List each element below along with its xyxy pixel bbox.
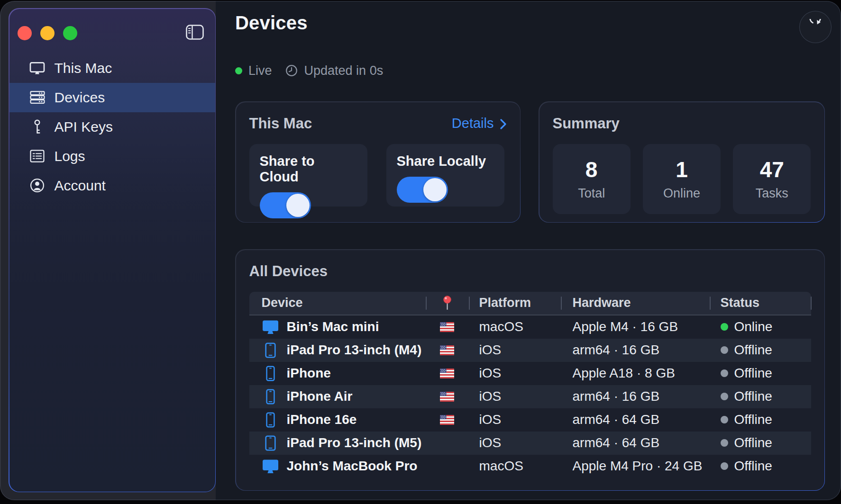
device-cell: iPhone Air <box>249 389 426 405</box>
key-icon <box>29 119 46 135</box>
table-body: Bin’s Mac minimacOSApple M4 · 16 GBOnlin… <box>249 315 811 478</box>
stat-total: 8Total <box>553 144 631 214</box>
flag-cell <box>426 415 469 425</box>
devices-table: DevicePlatformHardwareStatus Bin’s Mac m… <box>249 292 811 478</box>
sidebar-item-api-keys[interactable]: API Keys <box>9 112 215 142</box>
share-locally-toggle[interactable] <box>397 177 448 203</box>
platform-cell: iOS <box>469 389 561 404</box>
hardware-cell: arm64 · 16 GB <box>561 342 710 358</box>
status-dot <box>721 439 728 447</box>
table-row[interactable]: iPhone AiriOSarm64 · 16 GBOffline <box>249 385 811 408</box>
this-mac-card-title: This Mac <box>249 115 312 133</box>
live-status-dot <box>235 67 242 74</box>
platform-cell: macOS <box>469 319 561 334</box>
status-row: Live Updated in 0s <box>235 63 841 78</box>
column-header-hardware: Hardware <box>561 292 710 315</box>
device-tablet-icon <box>262 435 280 451</box>
flag-cell <box>426 369 469 378</box>
share-tile-label: Share Locally <box>397 153 494 169</box>
table-row[interactable]: iPad Pro 13-inch (M5)iOSarm64 · 64 GBOff… <box>249 432 811 455</box>
table-row[interactable]: Bin’s Mac minimacOSApple M4 · 16 GBOnlin… <box>249 315 811 339</box>
table-header: DevicePlatformHardwareStatus <box>249 292 811 315</box>
status-dot <box>721 416 728 423</box>
hardware-cell: Apple A18 · 8 GB <box>561 366 710 381</box>
hardware-cell: Apple M4 Pro · 24 GB <box>561 459 710 474</box>
column-header-platform: Platform <box>469 292 561 315</box>
status-cell: Offline <box>710 366 812 381</box>
stat-value: 47 <box>760 157 784 182</box>
device-cell: Bin’s Mac mini <box>249 319 426 334</box>
device-name: iPhone <box>287 366 331 381</box>
status-label: Offline <box>734 412 772 427</box>
device-name: iPad Pro 13-inch (M4) <box>287 342 422 358</box>
person-icon <box>29 178 46 193</box>
sidebar-panel-icon <box>186 25 204 40</box>
refresh-button[interactable] <box>799 11 832 43</box>
details-link[interactable]: Details <box>452 116 507 131</box>
hardware-cell: arm64 · 64 GB <box>561 435 710 450</box>
summary-card: Summary 8Total1Online47Tasks <box>539 101 825 223</box>
stat-value: 8 <box>585 157 598 182</box>
hardware-cell: arm64 · 64 GB <box>561 412 710 427</box>
device-tablet-icon <box>262 342 280 358</box>
device-cell: iPad Pro 13-inch (M4) <box>249 342 426 358</box>
sidebar-toggle-button[interactable] <box>186 25 204 40</box>
stat-tasks: 47Tasks <box>733 144 811 214</box>
status-dot <box>721 323 728 331</box>
device-name: iPhone Air <box>287 389 353 404</box>
platform-cell: iOS <box>469 412 561 427</box>
pin-icon <box>442 295 452 311</box>
sidebar: This MacDevicesAPI KeysLogsAccount <box>9 8 216 492</box>
status-label: Offline <box>734 459 772 474</box>
us-flag-icon <box>440 345 454 355</box>
table-row[interactable]: iPhone 16eiOSarm64 · 64 GBOffline <box>249 408 811 432</box>
status-dot <box>721 369 728 377</box>
page-title: Devices <box>235 12 841 33</box>
flag-cell <box>426 392 469 402</box>
share-tile: Share Locally <box>386 144 504 207</box>
device-phone-icon <box>262 412 280 428</box>
close-button[interactable] <box>18 26 32 40</box>
us-flag-icon <box>440 322 454 332</box>
stat-label: Total <box>578 186 605 201</box>
logs-icon <box>29 150 46 162</box>
share-to-cloud-toggle[interactable] <box>260 192 311 218</box>
us-flag-icon <box>440 369 454 378</box>
column-header-label: Device <box>262 296 303 310</box>
zoom-button[interactable] <box>63 26 77 40</box>
stat-online: 1Online <box>643 144 721 214</box>
platform-cell: iOS <box>469 342 561 358</box>
table-row[interactable]: iPhoneiOSApple A18 · 8 GBOffline <box>249 362 811 385</box>
server-icon <box>29 91 46 104</box>
status-cell: Offline <box>710 412 812 427</box>
sidebar-item-this-mac[interactable]: This Mac <box>9 54 215 83</box>
column-header-pin <box>426 292 469 315</box>
sidebar-item-label: Devices <box>55 90 105 106</box>
sidebar-item-logs[interactable]: Logs <box>9 142 215 171</box>
this-mac-card: This Mac Details Share to CloudShare Loc… <box>235 101 521 223</box>
minimize-button[interactable] <box>40 26 55 40</box>
status-label: Offline <box>734 389 772 404</box>
status-cell: Online <box>710 319 812 334</box>
status-cell: Offline <box>710 435 812 450</box>
details-link-label: Details <box>452 116 494 131</box>
hardware-cell: arm64 · 16 GB <box>561 389 710 404</box>
column-header-label: Platform <box>479 296 531 310</box>
device-cell: John’s MacBook Pro <box>249 459 426 474</box>
all-devices-card: All Devices DevicePlatformHardwareStatus… <box>235 249 825 491</box>
stat-label: Online <box>663 186 700 201</box>
column-header-label: Hardware <box>573 296 631 310</box>
flag-cell <box>426 345 469 355</box>
sidebar-item-account[interactable]: Account <box>9 171 215 200</box>
share-tile: Share to Cloud <box>249 144 367 207</box>
status-cell: Offline <box>710 459 812 474</box>
table-row[interactable]: iPad Pro 13-inch (M4)iOSarm64 · 16 GBOff… <box>249 339 811 362</box>
platform-cell: macOS <box>469 459 561 474</box>
sidebar-item-label: API Keys <box>55 119 113 135</box>
sidebar-item-devices[interactable]: Devices <box>9 83 215 112</box>
main-content: Devices Live Updated in 0s This Mac Deta… <box>216 1 841 500</box>
platform-cell: iOS <box>469 435 561 450</box>
column-header-label: Status <box>721 296 760 310</box>
table-row[interactable]: John’s MacBook PromacOSApple M4 Pro · 24… <box>249 455 811 478</box>
window-controls <box>9 9 215 40</box>
